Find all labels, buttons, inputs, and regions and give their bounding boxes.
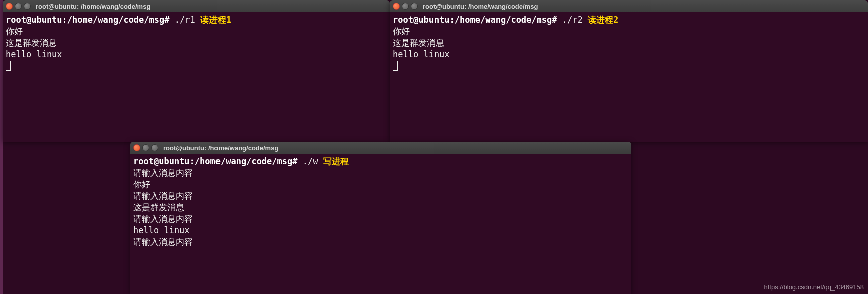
terminal-window-reader2[interactable]: root@ubuntu: /home/wang/code/msg root@ub… xyxy=(390,0,868,142)
window-title: root@ubuntu: /home/wang/code/msg xyxy=(423,3,538,10)
maximize-icon[interactable] xyxy=(151,144,158,151)
titlebar[interactable]: root@ubuntu: /home/wang/code/msg xyxy=(390,0,868,12)
output-line: 这是群发消息 xyxy=(6,38,57,48)
close-icon[interactable] xyxy=(6,3,13,10)
output-line: 请输入消息内容 xyxy=(133,191,193,201)
minimize-icon[interactable] xyxy=(142,144,149,151)
annotation-label: 写进程 xyxy=(318,156,348,166)
shell-command: ./w xyxy=(303,156,318,166)
minimize-icon[interactable] xyxy=(15,3,22,10)
terminal-body[interactable]: root@ubuntu:/home/wang/code/msg# ./w 写进程… xyxy=(130,154,631,250)
maximize-icon[interactable] xyxy=(24,3,31,10)
terminal-body[interactable]: root@ubuntu:/home/wang/code/msg# ./r2 读进… xyxy=(390,12,868,74)
output-line: 你好 xyxy=(393,26,410,36)
output-line: 这是群发消息 xyxy=(393,38,444,48)
annotation-label: 读进程2 xyxy=(583,15,618,25)
output-line: 请输入消息内容 xyxy=(133,237,193,247)
window-controls xyxy=(393,3,418,10)
cursor-icon xyxy=(6,61,11,71)
window-title: root@ubuntu: /home/wang/code/msg xyxy=(36,3,150,10)
output-line: hello linux xyxy=(133,225,190,235)
output-line: 请输入消息内容 xyxy=(133,168,193,178)
titlebar[interactable]: root@ubuntu: /home/wang/code/msg xyxy=(130,142,631,154)
output-line: 你好 xyxy=(6,26,23,36)
output-line: 请输入消息内容 xyxy=(133,214,193,224)
watermark-text: https://blog.csdn.net/qq_43469158 xyxy=(764,283,864,291)
titlebar[interactable]: root@ubuntu: /home/wang/code/msg xyxy=(3,0,390,12)
close-icon[interactable] xyxy=(393,3,400,10)
window-controls xyxy=(6,3,31,10)
output-line: 你好 xyxy=(133,179,150,189)
maximize-icon[interactable] xyxy=(411,3,418,10)
minimize-icon[interactable] xyxy=(402,3,409,10)
output-line: hello linux xyxy=(393,49,450,59)
window-controls xyxy=(133,144,158,151)
terminal-window-writer[interactable]: root@ubuntu: /home/wang/code/msg root@ub… xyxy=(130,142,631,294)
output-line: 这是群发消息 xyxy=(133,202,184,212)
shell-command: ./r2 xyxy=(562,15,583,25)
terminal-window-reader1[interactable]: root@ubuntu: /home/wang/code/msg root@ub… xyxy=(3,0,390,142)
shell-prompt: root@ubuntu:/home/wang/code/msg# xyxy=(6,15,175,25)
close-icon[interactable] xyxy=(133,144,140,151)
window-title: root@ubuntu: /home/wang/code/msg xyxy=(163,144,278,152)
shell-command: ./r1 xyxy=(175,15,195,25)
shell-prompt: root@ubuntu:/home/wang/code/msg# xyxy=(393,15,562,25)
output-line: hello linux xyxy=(6,49,62,59)
terminal-body[interactable]: root@ubuntu:/home/wang/code/msg# ./r1 读进… xyxy=(3,12,390,74)
cursor-icon xyxy=(393,61,398,71)
annotation-label: 读进程1 xyxy=(195,15,231,25)
shell-prompt: root@ubuntu:/home/wang/code/msg# xyxy=(133,156,303,166)
